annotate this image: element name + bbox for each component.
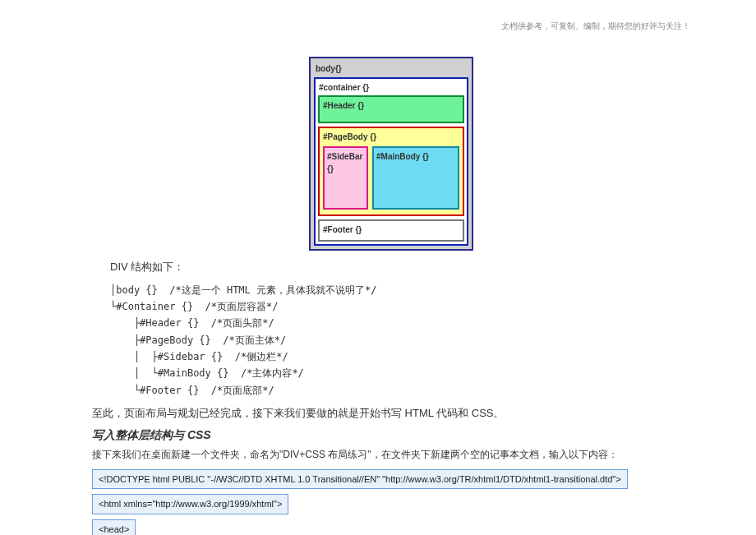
diagram-mainbody: #MainBody {} [372, 146, 459, 210]
structure-title: DIV 结构如下： [110, 259, 690, 275]
diagram-container-label: #container {} [318, 81, 464, 95]
code-block: <!DOCTYPE html PUBLIC "-//W3C//DTD XHTML… [92, 467, 690, 535]
diagram-header: #Header {} [318, 95, 464, 123]
div-structure-text: │body {} /*这是一个 HTML 元素，具体我就不说明了*/ └#Con… [110, 282, 690, 399]
diagram-footer: #Footer {} [318, 219, 464, 242]
code-line: <html xmlns="http://www.w3.org/1999/xhtm… [92, 494, 288, 514]
diagram-sidebar: #SideBar {} [323, 146, 368, 210]
header-note: 文档供参考，可复制、编制，期待您的好评与关注！ [92, 20, 690, 32]
code-line: <!DOCTYPE html PUBLIC "-//W3C//DTD XHTML… [92, 469, 628, 490]
diagram-pagebody-label: #PageBody {} [323, 131, 459, 146]
diagram-body-label: body{} [314, 62, 468, 77]
diagram-pagebody: #PageBody {} #SideBar {} #MainBody {} [318, 127, 464, 216]
paragraph-1: 至此，页面布局与规划已经完成，接下来我们要做的就是开始书写 HTML 代码和 C… [92, 405, 690, 422]
code-line: <head> [92, 519, 136, 535]
paragraph-2: 接下来我们在桌面新建一个文件夹，命名为"DIV+CSS 布局练习"，在文件夹下新… [92, 447, 690, 462]
section-heading: 写入整体层结构与 CSS [92, 427, 690, 444]
layout-diagram: body{} #container {} #Header {} #PageBod… [92, 57, 690, 251]
diagram-container: #container {} #Header {} #PageBody {} #S… [314, 77, 468, 246]
